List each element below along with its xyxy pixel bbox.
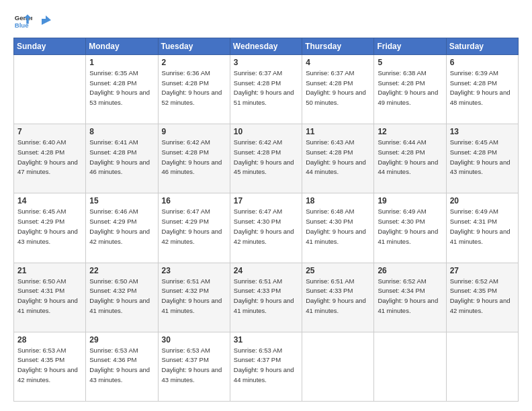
day-number: 25 [306, 266, 370, 275]
day-number: 18 [306, 196, 370, 205]
sun-info: Sunrise: 6:42 AMSunset: 4:28 PMDaylight:… [162, 138, 226, 177]
calendar-cell: 31Sunrise: 6:53 AMSunset: 4:37 PMDayligh… [230, 332, 302, 401]
day-number: 26 [378, 266, 442, 275]
sun-info: Sunrise: 6:53 AMSunset: 4:35 PMDaylight:… [17, 346, 82, 385]
day-number: 11 [306, 127, 370, 136]
svg-marker-2 [42, 15, 51, 25]
weekday-header: Wednesday [230, 38, 302, 55]
page: General Blue SundayMondayTuesdayWednesda… [0, 0, 532, 411]
calendar-cell: 1Sunrise: 6:35 AMSunset: 4:28 PMDaylight… [86, 55, 158, 124]
sun-info: Sunrise: 6:45 AMSunset: 4:29 PMDaylight:… [17, 207, 82, 246]
day-number: 3 [234, 58, 298, 67]
calendar-header-row: SundayMondayTuesdayWednesdayThursdayFrid… [14, 38, 519, 55]
day-number: 24 [234, 266, 298, 275]
sun-info: Sunrise: 6:38 AMSunset: 4:28 PMDaylight:… [378, 68, 442, 108]
calendar-cell [374, 332, 446, 401]
weekday-header: Thursday [302, 38, 374, 55]
sun-info: Sunrise: 6:50 AMSunset: 4:31 PMDaylight:… [17, 277, 82, 316]
calendar-cell: 23Sunrise: 6:51 AMSunset: 4:32 PMDayligh… [158, 263, 230, 332]
sun-info: Sunrise: 6:53 AMSunset: 4:37 PMDaylight:… [234, 346, 298, 385]
calendar-cell: 19Sunrise: 6:49 AMSunset: 4:30 PMDayligh… [374, 193, 446, 263]
sun-info: Sunrise: 6:53 AMSunset: 4:37 PMDaylight:… [162, 346, 226, 385]
weekday-header: Saturday [446, 38, 518, 55]
day-number: 14 [17, 196, 82, 205]
day-number: 1 [89, 58, 154, 67]
calendar-cell: 28Sunrise: 6:53 AMSunset: 4:35 PMDayligh… [14, 332, 86, 401]
sun-info: Sunrise: 6:47 AMSunset: 4:30 PMDaylight:… [234, 207, 298, 246]
day-number: 13 [450, 127, 515, 136]
day-number: 5 [378, 58, 442, 67]
calendar-table: SundayMondayTuesdayWednesdayThursdayFrid… [13, 38, 519, 402]
logo: General Blue [13, 12, 52, 31]
day-number: 6 [450, 58, 515, 67]
day-number: 2 [162, 58, 226, 67]
calendar-cell: 4Sunrise: 6:37 AMSunset: 4:28 PMDaylight… [302, 55, 374, 124]
calendar-cell: 20Sunrise: 6:49 AMSunset: 4:31 PMDayligh… [446, 193, 518, 263]
sun-info: Sunrise: 6:35 AMSunset: 4:28 PMDaylight:… [89, 68, 154, 108]
calendar-week-row: 28Sunrise: 6:53 AMSunset: 4:35 PMDayligh… [14, 332, 519, 401]
calendar-week-row: 21Sunrise: 6:50 AMSunset: 4:31 PMDayligh… [14, 263, 519, 332]
sun-info: Sunrise: 6:39 AMSunset: 4:28 PMDaylight:… [450, 68, 515, 108]
calendar-cell: 12Sunrise: 6:44 AMSunset: 4:28 PMDayligh… [374, 124, 446, 193]
calendar-cell: 18Sunrise: 6:48 AMSunset: 4:30 PMDayligh… [302, 193, 374, 263]
weekday-header: Monday [86, 38, 158, 55]
calendar-cell: 22Sunrise: 6:50 AMSunset: 4:32 PMDayligh… [86, 263, 158, 332]
calendar-cell: 26Sunrise: 6:52 AMSunset: 4:34 PMDayligh… [374, 263, 446, 332]
sun-info: Sunrise: 6:42 AMSunset: 4:28 PMDaylight:… [234, 138, 298, 177]
day-number: 15 [89, 196, 154, 205]
calendar-cell: 9Sunrise: 6:42 AMSunset: 4:28 PMDaylight… [158, 124, 230, 193]
sun-info: Sunrise: 6:49 AMSunset: 4:30 PMDaylight:… [378, 207, 442, 246]
calendar-cell: 11Sunrise: 6:43 AMSunset: 4:28 PMDayligh… [302, 124, 374, 193]
header: General Blue [13, 12, 519, 31]
sun-info: Sunrise: 6:46 AMSunset: 4:29 PMDaylight:… [89, 207, 154, 246]
calendar-cell: 6Sunrise: 6:39 AMSunset: 4:28 PMDaylight… [446, 55, 518, 124]
calendar-cell: 3Sunrise: 6:37 AMSunset: 4:28 PMDaylight… [230, 55, 302, 124]
day-number: 28 [17, 335, 82, 345]
calendar-cell: 16Sunrise: 6:47 AMSunset: 4:29 PMDayligh… [158, 193, 230, 263]
day-number: 17 [234, 196, 298, 205]
calendar-cell: 29Sunrise: 6:53 AMSunset: 4:36 PMDayligh… [86, 332, 158, 401]
sun-info: Sunrise: 6:51 AMSunset: 4:33 PMDaylight:… [234, 277, 298, 316]
sun-info: Sunrise: 6:44 AMSunset: 4:28 PMDaylight:… [378, 138, 442, 177]
day-number: 21 [17, 266, 82, 275]
day-number: 20 [450, 196, 515, 205]
calendar-cell: 17Sunrise: 6:47 AMSunset: 4:30 PMDayligh… [230, 193, 302, 263]
logo-icon: General Blue [13, 12, 32, 31]
weekday-header: Friday [374, 38, 446, 55]
sun-info: Sunrise: 6:43 AMSunset: 4:28 PMDaylight:… [306, 138, 370, 177]
weekday-header: Sunday [14, 38, 86, 55]
calendar-cell: 14Sunrise: 6:45 AMSunset: 4:29 PMDayligh… [14, 193, 86, 263]
calendar-cell: 8Sunrise: 6:41 AMSunset: 4:28 PMDaylight… [86, 124, 158, 193]
calendar-cell: 7Sunrise: 6:40 AMSunset: 4:28 PMDaylight… [14, 124, 86, 193]
calendar-cell: 5Sunrise: 6:38 AMSunset: 4:28 PMDaylight… [374, 55, 446, 124]
sun-info: Sunrise: 6:36 AMSunset: 4:28 PMDaylight:… [162, 68, 226, 108]
calendar-cell [14, 55, 86, 124]
calendar-cell: 25Sunrise: 6:51 AMSunset: 4:33 PMDayligh… [302, 263, 374, 332]
logo-arrow-icon [40, 14, 52, 26]
calendar-cell: 2Sunrise: 6:36 AMSunset: 4:28 PMDaylight… [158, 55, 230, 124]
day-number: 10 [234, 127, 298, 136]
calendar-cell: 13Sunrise: 6:45 AMSunset: 4:28 PMDayligh… [446, 124, 518, 193]
day-number: 30 [162, 335, 226, 345]
sun-info: Sunrise: 6:41 AMSunset: 4:28 PMDaylight:… [89, 138, 154, 177]
sun-info: Sunrise: 6:37 AMSunset: 4:28 PMDaylight:… [234, 68, 298, 108]
sun-info: Sunrise: 6:52 AMSunset: 4:34 PMDaylight:… [378, 277, 442, 316]
day-number: 27 [450, 266, 515, 275]
day-number: 22 [89, 266, 154, 275]
weekday-header: Tuesday [158, 38, 230, 55]
sun-info: Sunrise: 6:37 AMSunset: 4:28 PMDaylight:… [306, 68, 370, 108]
sun-info: Sunrise: 6:50 AMSunset: 4:32 PMDaylight:… [89, 277, 154, 316]
calendar-cell: 21Sunrise: 6:50 AMSunset: 4:31 PMDayligh… [14, 263, 86, 332]
day-number: 29 [89, 335, 154, 345]
day-number: 8 [89, 127, 154, 136]
day-number: 23 [162, 266, 226, 275]
calendar-cell [302, 332, 374, 401]
day-number: 19 [378, 196, 442, 205]
calendar-week-row: 1Sunrise: 6:35 AMSunset: 4:28 PMDaylight… [14, 55, 519, 124]
calendar-week-row: 14Sunrise: 6:45 AMSunset: 4:29 PMDayligh… [14, 193, 519, 263]
sun-info: Sunrise: 6:45 AMSunset: 4:28 PMDaylight:… [450, 138, 515, 177]
calendar-cell: 24Sunrise: 6:51 AMSunset: 4:33 PMDayligh… [230, 263, 302, 332]
day-number: 4 [306, 58, 370, 67]
sun-info: Sunrise: 6:49 AMSunset: 4:31 PMDaylight:… [450, 207, 515, 246]
calendar-cell [446, 332, 518, 401]
